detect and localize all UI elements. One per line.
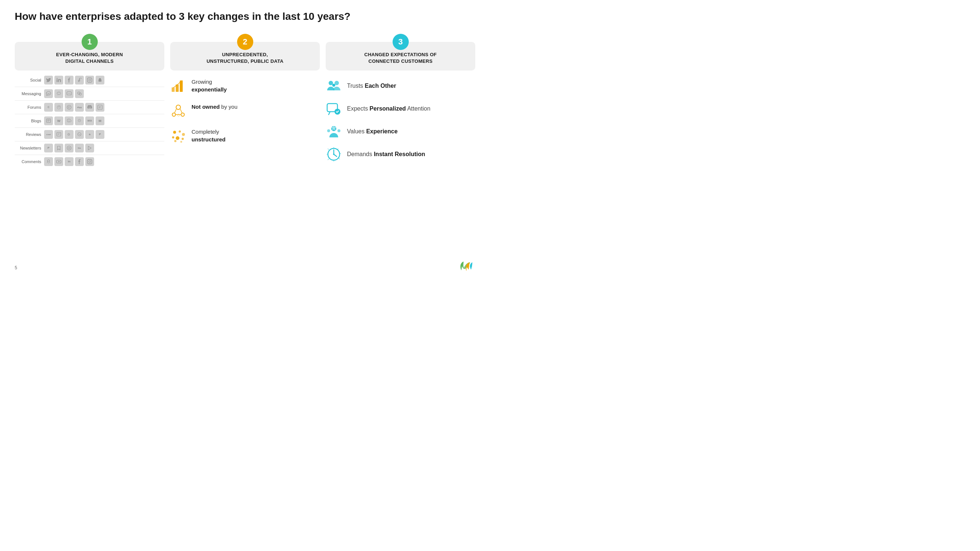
svg-point-51	[334, 81, 339, 85]
svg-point-12	[79, 93, 80, 93]
notowned-text: Not owned by you	[191, 103, 237, 111]
column-2: 2 UNPRECEDENTED,UNSTRUCTURED, PUBLIC DAT…	[170, 32, 320, 144]
svg-point-58	[337, 129, 340, 132]
digg-icon: digg	[75, 103, 84, 112]
channel-label-newsletters: Newsletters	[15, 146, 41, 150]
medium-icon: M	[95, 116, 104, 125]
svg-rect-31	[172, 87, 175, 92]
channel-icons-blogs: W WIX M	[44, 116, 104, 125]
channel-row-reviews: Reviews cnet ✿ a P	[15, 130, 164, 141]
linkedin-icon	[54, 76, 63, 84]
channel-row-forums: Forums C digg	[15, 103, 164, 114]
producthunt-icon: P	[95, 130, 104, 139]
channel-icons-messaging	[44, 89, 84, 98]
col-title-2: UNPRECEDENTED,UNSTRUCTURED, PUBLIC DATA	[176, 51, 314, 65]
channel-label-comments: Comments	[15, 159, 41, 164]
col-number-2: 2	[237, 34, 253, 50]
svg-point-43	[179, 130, 181, 133]
yelp-icon: ✿	[65, 130, 73, 139]
amazon-icon: a	[85, 130, 94, 139]
customer-item-values: Values Experience	[326, 124, 475, 140]
channel-icons-comments: in	[44, 157, 94, 166]
data-items-list: Growingexponentially ⬡	[170, 78, 320, 144]
channel-row-messaging: Messaging	[15, 89, 164, 101]
svg-point-50	[329, 81, 333, 85]
page-number: 5	[15, 265, 17, 270]
col-header-2: 2 UNPRECEDENTED,UNSTRUCTURED, PUBLIC DAT…	[170, 42, 320, 70]
logo	[457, 259, 475, 272]
svg-point-57	[327, 129, 330, 132]
page-title: How have enterprises adapted to 3 key ch…	[15, 10, 475, 23]
blogger-icon	[65, 116, 73, 125]
col-title-1: EVER-CHANGING, MODERNDIGITAL CHANNELS	[21, 51, 158, 65]
unstructured-text: Completelyunstructured	[191, 128, 226, 143]
svg-point-7	[69, 93, 70, 94]
col-header-1: 1 EVER-CHANGING, MODERNDIGITAL CHANNELS	[15, 42, 164, 70]
litmus-icon: lite	[75, 144, 84, 152]
svg-rect-20	[57, 133, 61, 136]
svg-point-42	[173, 131, 176, 134]
g2-icon	[75, 130, 84, 139]
tiktok-icon	[75, 76, 84, 84]
linkedin2-icon: in	[65, 157, 73, 166]
instagram-icon	[85, 76, 94, 84]
capterra-icon	[54, 130, 63, 139]
svg-point-25	[48, 160, 49, 162]
customer-items-list: Trusts Each Other Expects Personalized	[326, 78, 475, 162]
svg-rect-0	[57, 79, 58, 82]
newspaper-icon	[44, 116, 53, 125]
channel-label-social: Social	[15, 78, 41, 82]
svg-point-35	[176, 105, 180, 110]
svg-text:✿: ✿	[67, 133, 70, 136]
svg-point-23	[67, 146, 71, 150]
channel-label-blogs: Blogs	[15, 119, 41, 123]
wix-icon: WIX	[85, 116, 94, 125]
column-1: 1 EVER-CHANGING, MODERNDIGITAL CHANNELS …	[15, 32, 164, 170]
svg-point-1	[57, 78, 58, 79]
data-item-unstructured: Completelyunstructured	[170, 128, 320, 144]
sms-icon	[65, 89, 73, 98]
cnet2-icon: cnet	[44, 130, 53, 139]
wordpress-icon: W	[54, 116, 63, 125]
customer-item-expects: Expects Personalized Attention	[326, 101, 475, 117]
instagram2-icon	[85, 157, 94, 166]
svg-point-30	[91, 160, 91, 160]
svg-point-46	[176, 136, 180, 140]
svg-point-3	[89, 79, 91, 81]
data-item-notowned: ⬡ Not owned by you	[170, 103, 320, 119]
svg-point-15	[59, 107, 60, 108]
svg-point-52	[332, 84, 335, 87]
svg-rect-28	[88, 159, 92, 164]
channel-icons-reviews: cnet ✿ a P	[44, 130, 104, 139]
expects-icon	[326, 101, 342, 117]
channel-row-blogs: Blogs W WIX M	[15, 116, 164, 128]
col-number-1: 1	[82, 34, 98, 50]
notowned-icon: ⬡	[170, 103, 186, 119]
cnet-icon: C	[44, 103, 53, 112]
svg-point-11	[78, 93, 79, 93]
svg-point-44	[182, 133, 185, 136]
svg-point-4	[91, 79, 91, 79]
svg-marker-27	[59, 161, 60, 162]
channel-label-forums: Forums	[15, 105, 41, 110]
column-3: 3 CHANGED EXPECTATIONS OFCONNECTED CUSTO…	[326, 32, 475, 162]
svg-line-38	[175, 109, 177, 113]
col-header-3: 3 CHANGED EXPECTATIONS OFCONNECTED CUSTO…	[326, 42, 475, 70]
arrow-icon	[85, 144, 94, 152]
unstructured-icon	[170, 128, 186, 144]
channel-icons-forums: C digg	[44, 103, 104, 112]
trusts-text: Trusts Each Other	[347, 82, 396, 90]
channel-label-reviews: Reviews	[15, 132, 41, 137]
demands-icon	[326, 146, 342, 162]
svg-rect-19	[47, 119, 51, 123]
pinterest-icon: P	[44, 144, 53, 152]
scribd-icon	[75, 116, 84, 125]
forum-icon-6	[95, 103, 104, 112]
svg-point-8	[70, 93, 71, 94]
forum-icon-3	[65, 103, 73, 112]
growing-chart-icon	[170, 78, 186, 94]
bookmark-icon	[54, 144, 63, 152]
svg-rect-2	[88, 78, 92, 82]
demands-text: Demands Instant Resolution	[347, 151, 425, 158]
values-text: Values Experience	[347, 128, 398, 135]
